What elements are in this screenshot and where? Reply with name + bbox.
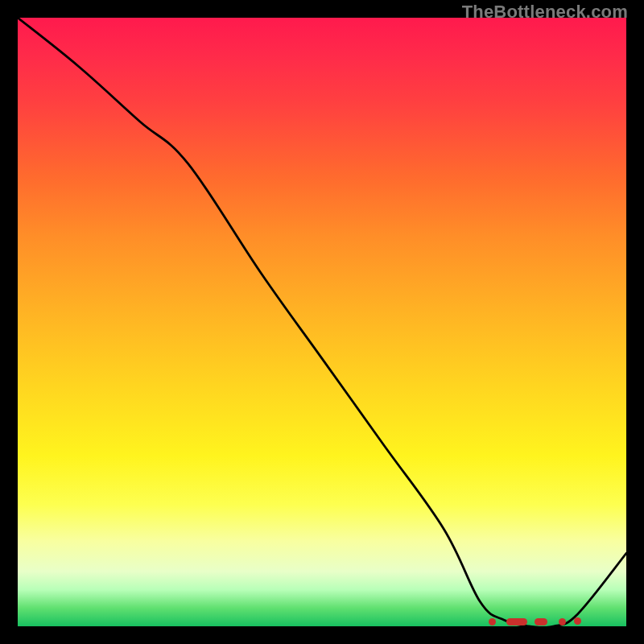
bottleneck-curve-path [18, 18, 626, 626]
plot-area [18, 18, 626, 626]
curve-svg [18, 18, 626, 626]
optimal-marker [574, 617, 581, 625]
optimal-marker [489, 618, 496, 625]
optimal-marker [559, 618, 566, 625]
optimal-marker [535, 618, 547, 625]
chart-stage: TheBottleneck.com [0, 0, 644, 644]
optimal-marker [506, 618, 527, 625]
